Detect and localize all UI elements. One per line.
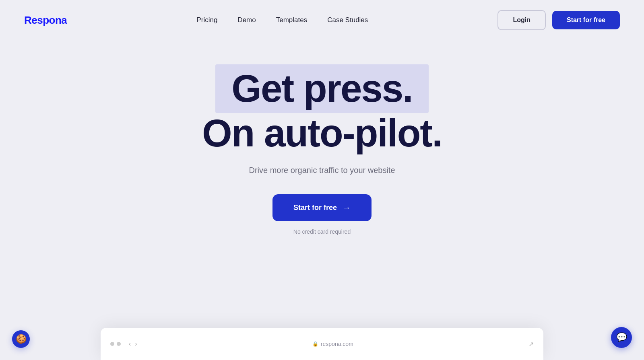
headline-line-1: Get press.: [231, 67, 413, 110]
chat-widget[interactable]: 💬: [611, 327, 632, 348]
headline-line-2: On auto-pilot.: [202, 113, 442, 154]
hero-section: Get press. On auto-pilot. Drive more org…: [0, 40, 644, 251]
nav-item-pricing[interactable]: Pricing: [196, 16, 217, 24]
no-credit-card-label: No credit card required: [293, 228, 351, 235]
navbar: Respona Pricing Demo Templates Case Stud…: [0, 0, 644, 40]
chat-icon: 💬: [616, 332, 627, 343]
browser-dot-2: [117, 342, 121, 346]
browser-preview: ‹ › 🔒 respona.com ↗: [101, 328, 543, 360]
forward-arrow-icon[interactable]: ›: [135, 340, 137, 348]
lock-icon: 🔒: [312, 341, 318, 347]
nav-link-templates[interactable]: Templates: [276, 16, 307, 24]
headline-highlighted-block: Get press.: [215, 64, 429, 113]
nav-item-demo[interactable]: Demo: [237, 16, 256, 24]
start-for-free-button-hero[interactable]: Start for free →: [272, 194, 372, 221]
nav-link-case-studies[interactable]: Case Studies: [327, 16, 368, 24]
browser-url-bar[interactable]: 🔒 respona.com: [145, 341, 520, 347]
nav-item-templates[interactable]: Templates: [276, 16, 307, 24]
browser-arrows[interactable]: ‹ ›: [129, 340, 137, 348]
hero-subtitle: Drive more organic traffic to your websi…: [249, 166, 395, 175]
share-icon[interactable]: ↗: [528, 340, 534, 348]
url-text: respona.com: [321, 341, 353, 347]
nav-item-case-studies[interactable]: Case Studies: [327, 16, 368, 24]
nav-links: Pricing Demo Templates Case Studies: [196, 16, 368, 24]
browser-dot-1: [110, 342, 114, 346]
nav-link-demo[interactable]: Demo: [237, 16, 256, 24]
arrow-right-icon: →: [343, 203, 351, 212]
logo-text: Respona: [24, 14, 67, 27]
browser-dots: [110, 342, 121, 346]
nav-link-pricing[interactable]: Pricing: [196, 16, 217, 24]
login-button[interactable]: Login: [497, 10, 546, 30]
cta-label: Start for free: [293, 204, 337, 212]
hero-headline: Get press. On auto-pilot.: [202, 64, 442, 154]
start-for-free-button-nav[interactable]: Start for free: [552, 11, 620, 29]
cookie-widget[interactable]: 🍪: [12, 330, 30, 348]
logo[interactable]: Respona: [24, 14, 67, 27]
back-arrow-icon[interactable]: ‹: [129, 340, 131, 348]
cookie-icon: 🍪: [16, 334, 27, 344]
nav-actions: Login Start for free: [497, 10, 620, 30]
